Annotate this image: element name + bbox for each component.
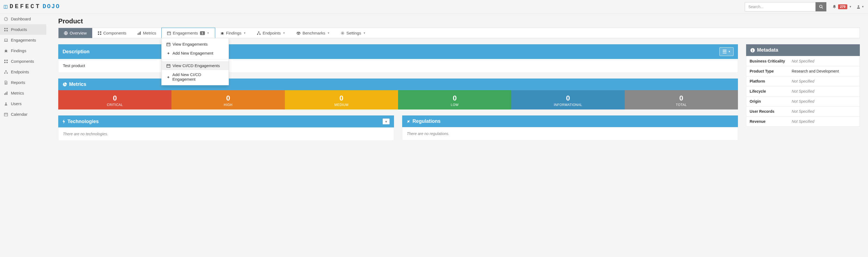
sidebar-item-engagements[interactable]: Engagements [0, 35, 46, 45]
bolt-icon [63, 119, 65, 123]
tab-components[interactable]: Components [92, 28, 132, 38]
tab-engagements[interactable]: Engagements 1 ▼ View Engagements + Add N… [161, 28, 215, 38]
sidebar: Dashboard Products Engagements Findings … [0, 13, 46, 177]
svg-rect-28 [139, 32, 140, 35]
logo-text-defect: DEFECT [9, 3, 41, 10]
panel-title: Regulations [412, 118, 440, 124]
laptop-icon [4, 38, 8, 42]
svg-rect-10 [4, 60, 5, 61]
sidebar-item-reports[interactable]: Reports [0, 77, 46, 88]
plus-icon: + [166, 51, 170, 56]
menu-view-engagements[interactable]: View Engagements [162, 40, 228, 49]
menu-view-cicd-engagements[interactable]: View CI/CD Engagements [162, 61, 228, 70]
user-menu[interactable]: ▼ [857, 5, 864, 9]
svg-point-9 [5, 50, 7, 52]
sidebar-item-label: Dashboard [11, 16, 31, 21]
svg-point-2 [858, 5, 859, 6]
tab-label: Metrics [143, 31, 156, 35]
metadata-value: Research and Development [788, 66, 860, 76]
metric-value: 0 [58, 94, 172, 102]
description-panel-header: Description ☰ ▼ [58, 44, 738, 59]
caret-down-icon: ▼ [327, 32, 330, 35]
panel-title: Description [63, 49, 90, 54]
metadata-value: Not Specified [788, 56, 860, 66]
svg-rect-17 [4, 93, 5, 95]
tab-findings[interactable]: Findings ▼ [215, 28, 252, 38]
menu-add-cicd-engagement[interactable]: + Add New CI/CD Engagement [162, 70, 228, 84]
svg-rect-27 [137, 33, 138, 35]
logo[interactable]: ◫ DEFECT DOJO [4, 3, 60, 10]
sidebar-item-endpoints[interactable]: Endpoints [0, 67, 46, 77]
calendar-icon [166, 42, 170, 46]
metadata-value: Not Specified [788, 86, 860, 97]
globe-icon [64, 31, 68, 35]
sidebar-item-metrics[interactable]: Metrics [0, 88, 46, 98]
svg-rect-7 [6, 30, 8, 31]
menu-item-label: View Engagements [173, 42, 208, 46]
sidebar-item-users[interactable]: Users [0, 98, 46, 109]
svg-point-33 [221, 32, 223, 35]
svg-rect-24 [100, 31, 101, 32]
svg-rect-21 [4, 113, 8, 116]
svg-rect-31 [167, 43, 170, 46]
svg-rect-6 [4, 30, 5, 31]
caret-down-icon: ▼ [243, 32, 246, 35]
sidebar-item-findings[interactable]: Findings [0, 45, 46, 56]
metadata-row: LifecycleNot Specified [746, 86, 860, 97]
caret-down-icon: ▼ [363, 32, 366, 35]
notifications[interactable]: 279 ▼ [832, 4, 852, 9]
metric-value: 0 [398, 94, 511, 102]
sidebar-item-calendar[interactable]: Calendar [0, 109, 46, 119]
svg-rect-11 [6, 60, 8, 61]
tab-label: Settings [346, 31, 361, 35]
metric-value: 0 [625, 94, 738, 102]
tab-label: Findings [226, 31, 242, 35]
tab-endpoints[interactable]: Endpoints ▼ [251, 28, 291, 38]
file-icon [4, 81, 8, 84]
svg-rect-32 [167, 64, 170, 67]
metric-medium[interactable]: 0 MEDIUM [285, 90, 398, 109]
dropdown-divider [162, 59, 228, 60]
svg-rect-26 [100, 33, 101, 35]
sidebar-item-products[interactable]: Products [0, 24, 46, 35]
logo-text-dojo: DOJO [42, 3, 60, 10]
tab-benchmarks[interactable]: Benchmarks ▼ [291, 28, 335, 38]
tab-settings[interactable]: Settings ▼ [335, 28, 371, 38]
technologies-add-button[interactable]: + [382, 118, 390, 124]
metric-high[interactable]: 0 HIGH [172, 90, 285, 109]
metric-critical[interactable]: 0 CRITICAL [58, 90, 172, 109]
regulations-panel-body: There are no regulations. [402, 127, 738, 141]
metadata-label: User Records [746, 107, 788, 116]
tab-overview[interactable]: Overview [59, 28, 92, 38]
menu-add-engagement[interactable]: + Add New Engagement [162, 49, 228, 58]
tab-metrics[interactable]: Metrics [132, 28, 162, 38]
metric-total[interactable]: 0 TOTAL [625, 90, 738, 109]
metric-label: INFORMATIONAL [511, 103, 624, 107]
sidebar-item-components[interactable]: Components [0, 56, 46, 67]
metadata-value: Not Specified [788, 76, 860, 86]
menu-item-label: Add New Engagement [173, 51, 213, 56]
metadata-row: Product TypeResearch and Development [746, 66, 860, 76]
sidebar-item-dashboard[interactable]: Dashboard [0, 13, 46, 24]
metric-informational[interactable]: 0 INFORMATIONAL [511, 90, 624, 109]
svg-rect-8 [5, 39, 8, 41]
engagements-count-badge: 1 [200, 31, 205, 35]
description-options-button[interactable]: ☰ ▼ [719, 47, 734, 56]
metric-low[interactable]: 0 LOW [398, 90, 511, 109]
svg-rect-18 [5, 93, 6, 95]
metrics-row: 0 CRITICAL 0 HIGH 0 MEDIUM 0 LOW [58, 90, 738, 109]
content: Product Overview Components Metrics Enga… [46, 13, 868, 177]
calendar-icon [167, 31, 171, 35]
bar-chart-icon [4, 91, 8, 95]
svg-rect-12 [4, 62, 5, 63]
user-icon [857, 5, 860, 9]
panel-title: Metadata [757, 47, 778, 53]
pie-chart-icon [63, 82, 67, 87]
search-button[interactable] [815, 2, 826, 11]
menu-item-label: Add New CI/CD Engagement [172, 72, 223, 81]
metadata-value: Not Specified [788, 107, 860, 116]
metric-label: HIGH [172, 103, 285, 107]
calendar-icon [166, 64, 170, 68]
topbar: ◫ DEFECT DOJO 279 ▼ ▼ [0, 0, 868, 13]
search-input[interactable] [745, 2, 815, 11]
